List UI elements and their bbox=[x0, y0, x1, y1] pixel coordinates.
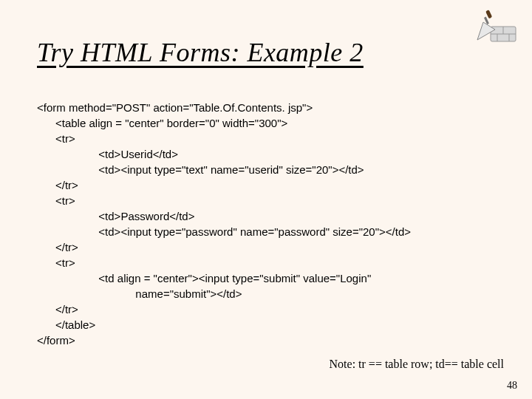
code-example: <form method="POST" action="Table.Of.Con… bbox=[37, 100, 411, 348]
slide-title: Try HTML Forms: Example 2 bbox=[37, 37, 364, 68]
footnote: Note: tr == table row; td== table cell bbox=[330, 358, 504, 371]
slide: Try HTML Forms: Example 2 <form method="… bbox=[0, 0, 532, 399]
svg-rect-7 bbox=[485, 10, 492, 18]
trowel-brick-icon bbox=[473, 7, 517, 44]
page-number: 48 bbox=[507, 380, 517, 392]
